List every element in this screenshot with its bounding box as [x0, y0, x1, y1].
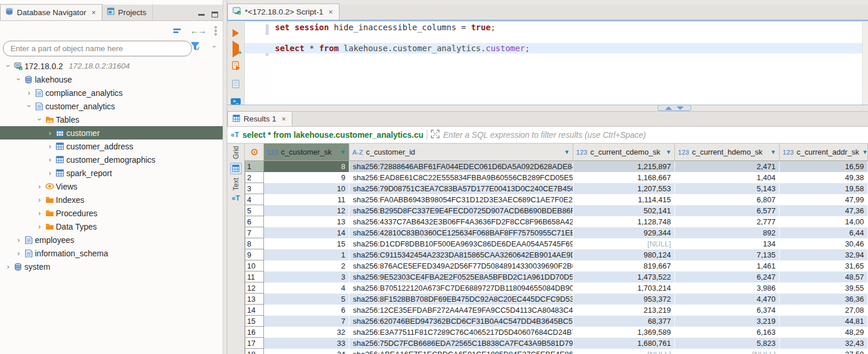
code-line-3[interactable]: select * from lakehouse.customer_analyti…: [245, 43, 868, 53]
sql-console-icon[interactable]: >_: [231, 98, 241, 105]
column-header-c_current_addr_sk[interactable]: 123c_current_addr_sk▼: [780, 144, 868, 160]
cell[interactable]: 30,46: [780, 238, 868, 249]
column-header-c_customer_sk[interactable]: 123c_customer_sk▼: [264, 144, 349, 160]
cell[interactable]: 3,986: [675, 283, 780, 294]
cell[interactable]: 1,128,748: [573, 216, 675, 227]
cell[interactable]: [NULL]: [573, 349, 675, 354]
cell[interactable]: sha256:4337C7AB6432E3B06FF4A3636FD2F8CC8…: [349, 216, 573, 227]
cell[interactable]: 6,807: [675, 194, 780, 205]
cell[interactable]: 1,680,761: [573, 338, 675, 349]
cell[interactable]: 819,667: [573, 260, 675, 271]
row-number[interactable]: 11: [245, 271, 264, 283]
tree-item-employees[interactable]: ›employees: [0, 233, 223, 246]
row-number[interactable]: 15: [245, 316, 264, 327]
cell[interactable]: 11: [264, 194, 349, 205]
row-number[interactable]: 2: [245, 172, 264, 183]
cell[interactable]: 12: [264, 205, 349, 216]
column-menu-arrow-icon[interactable]: ▼: [340, 149, 346, 155]
row-number[interactable]: 10: [245, 260, 264, 271]
column-menu-arrow-icon[interactable]: ▼: [862, 149, 868, 155]
row-number[interactable]: 7: [245, 227, 264, 238]
chevron-right-icon[interactable]: ›: [3, 262, 13, 271]
tree-item-information-schema[interactable]: ›information_schema: [0, 246, 223, 260]
column-header-c_customer_id[interactable]: A-Zc_customer_id▼: [349, 144, 573, 160]
cell[interactable]: 14: [264, 227, 349, 238]
cell[interactable]: 1,461: [675, 260, 780, 271]
execute-new-tab-icon[interactable]: +: [233, 45, 239, 53]
cell[interactable]: 5: [264, 294, 349, 305]
cell[interactable]: 32,94: [780, 249, 868, 260]
chevron-right-icon[interactable]: ›: [35, 195, 44, 204]
tree-item-customer-demographics[interactable]: ›customer_demographics: [0, 153, 223, 166]
row-number[interactable]: 3: [245, 183, 264, 194]
table-row-6[interactable]: 613sha256:4337C7AB6432E3B06FF4A3636FD2F8…: [245, 216, 868, 227]
tree-item-lakehouse[interactable]: ›lakehouse: [0, 73, 223, 86]
tree-item-compliance-analytics[interactable]: ›compliance_analytics: [0, 86, 223, 99]
tree-item-indexes[interactable]: ›Indexes: [0, 193, 223, 206]
row-number[interactable]: 1: [245, 161, 264, 172]
sash-collapse-handle[interactable]: [658, 105, 691, 111]
collapse-all-icon[interactable]: [173, 28, 181, 33]
cell[interactable]: 3: [264, 271, 349, 283]
cell[interactable]: 929,344: [573, 227, 675, 238]
cell[interactable]: [NULL]: [675, 349, 780, 354]
cell[interactable]: 5,823: [675, 338, 780, 349]
chevron-right-icon[interactable]: ›: [45, 128, 55, 137]
column-menu-arrow-icon[interactable]: ▼: [666, 149, 671, 155]
table-row-11[interactable]: 113sha256:9E52303CE4FBA2E2F0525E8A5BFBD2…: [245, 271, 868, 283]
code-line-1[interactable]: set session hide_inaccessible_columns = …: [270, 22, 868, 33]
more-options-icon[interactable]: [215, 26, 217, 35]
object-search-input[interactable]: [3, 41, 192, 56]
row-number[interactable]: 12: [245, 283, 264, 294]
table-row-10[interactable]: 102sha256:876ACE5EFED349A2D56F77D5084891…: [245, 260, 868, 271]
cell[interactable]: 980,124: [573, 249, 675, 260]
collapse-down-icon[interactable]: [677, 106, 684, 110]
chevron-right-icon[interactable]: ›: [14, 249, 23, 258]
cell[interactable]: 502,141: [573, 205, 675, 216]
cell[interactable]: 37,50: [780, 349, 868, 354]
cell[interactable]: 6,44: [780, 227, 868, 238]
code-area[interactable]: set session hide_inaccessible_columns = …: [270, 22, 868, 105]
cell[interactable]: 7,135: [675, 249, 780, 260]
cell[interactable]: 31,65: [780, 260, 868, 271]
row-number[interactable]: 13: [245, 294, 264, 305]
cell[interactable]: 892: [675, 227, 780, 238]
cell[interactable]: 10: [264, 183, 349, 194]
link-with-editor-icon[interactable]: ←→: [190, 26, 205, 35]
row-number[interactable]: 5: [245, 205, 264, 216]
cell[interactable]: sha256:E3A77511F81C7289C76C4065217D5D406…: [349, 327, 573, 338]
tree-item-data-types[interactable]: ›Data Types: [0, 220, 223, 233]
column-header-c_current_cdemo_sk[interactable]: 123c_current_cdemo_sk▼: [573, 144, 675, 160]
cell[interactable]: 4: [264, 283, 349, 294]
cell[interactable]: sha256:D1CDF8DBB10F500EA9693C86DE6DEAA05…: [349, 238, 573, 249]
column-menu-arrow-icon[interactable]: ▼: [564, 149, 570, 155]
cell[interactable]: 44,81: [780, 316, 868, 327]
text-view-label[interactable]: Text: [232, 178, 240, 191]
cell[interactable]: 19,58: [780, 183, 868, 194]
cell[interactable]: 8: [264, 161, 349, 172]
cell[interactable]: 953,372: [573, 294, 675, 305]
table-row-8[interactable]: 815sha256:D1CDF8DBB10F500EA9693C86DE6DEA…: [245, 238, 868, 249]
tab-results-1[interactable]: Results 1 ×: [227, 111, 292, 126]
tab-database-navigator[interactable]: Database Navigator ×: [0, 4, 102, 20]
tree-item-views[interactable]: ›Views: [0, 180, 223, 193]
cell[interactable]: sha256:620746BED947362BCD6CF31B0A4C547DD…: [349, 316, 573, 327]
cell[interactable]: 1,703,214: [573, 283, 675, 294]
cell[interactable]: [NULL]: [573, 238, 675, 249]
horizontal-sash[interactable]: [227, 105, 868, 112]
minimize-icon[interactable]: [198, 14, 205, 16]
cell[interactable]: sha256:8F1528BB708DF69EB475DC92A8C20EC44…: [349, 294, 573, 305]
cell[interactable]: 2,777: [675, 216, 780, 227]
tree-item-172-18-0-2[interactable]: ›✓172.18.0.2172.18.0.2:31604: [0, 59, 223, 73]
chevron-down-icon[interactable]: ›: [35, 115, 44, 124]
cell[interactable]: 68,377: [573, 316, 675, 327]
tab-projects[interactable]: Projects: [102, 4, 153, 20]
cell[interactable]: 9: [264, 172, 349, 183]
cell[interactable]: 13: [264, 216, 349, 227]
cell[interactable]: sha256:B295D8FC337E9E4FECD0725D907ACD6B6…: [349, 205, 573, 216]
cell[interactable]: 6,374: [675, 305, 780, 316]
cell[interactable]: 1,473,522: [573, 271, 675, 283]
cell[interactable]: 16,59: [780, 161, 868, 172]
cell[interactable]: sha256:B705122120A673FC7DE6889727DB11809…: [349, 283, 573, 294]
row-number[interactable]: 4: [245, 194, 264, 205]
